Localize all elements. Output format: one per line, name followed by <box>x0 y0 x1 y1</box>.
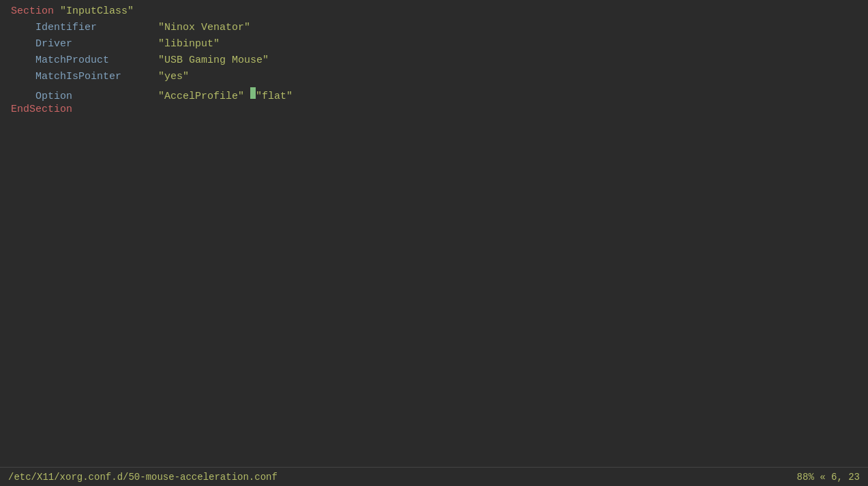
keyword-section: Section <box>11 5 54 17</box>
status-bar: /etc/X11/xorg.conf.d/50-mouse-accelerati… <box>0 467 868 486</box>
line-26 <box>0 414 868 431</box>
line-3: Driver "libinput" <box>0 38 868 55</box>
line-8 <box>0 120 868 136</box>
key-identifier: Identifier <box>35 22 97 33</box>
line-22 <box>0 349 868 365</box>
status-filepath: /etc/X11/xorg.conf.d/50-mouse-accelerati… <box>8 472 278 483</box>
key-matchispointer: MatchIsPointer <box>35 71 121 82</box>
line-23 <box>0 365 868 382</box>
string-inputclass: "InputClass" <box>60 5 134 17</box>
line-6: Option "AccelProfile" "flat" <box>0 87 868 104</box>
line-5: MatchIsPointer "yes" <box>0 71 868 87</box>
key-matchproduct: MatchProduct <box>35 55 109 66</box>
string-matchproduct-value: "USB Gaming Mouse" <box>158 55 269 66</box>
text-cursor <box>250 87 256 99</box>
status-position: 88% « 6, 23 <box>797 472 860 483</box>
keyword-endsection: EndSection <box>11 104 72 115</box>
line-9 <box>0 136 868 153</box>
key-driver: Driver <box>35 38 72 50</box>
string-option-value: "flat" <box>256 91 293 102</box>
line-11 <box>0 169 868 185</box>
line-18 <box>0 284 868 300</box>
line-1: Section "InputClass" <box>0 5 868 22</box>
line-14 <box>0 218 868 234</box>
line-13 <box>0 202 868 218</box>
line-15 <box>0 234 868 251</box>
string-option-key: "AccelProfile" <box>158 91 244 102</box>
line-4: MatchProduct "USB Gaming Mouse" <box>0 55 868 71</box>
line-25 <box>0 398 868 414</box>
line-12 <box>0 185 868 202</box>
line-19 <box>0 300 868 316</box>
string-driver-value: "libinput" <box>158 38 220 50</box>
line-20 <box>0 316 868 333</box>
line-16 <box>0 251 868 267</box>
line-10 <box>0 153 868 169</box>
key-option: Option <box>35 91 72 102</box>
string-matchispointer-value: "yes" <box>158 71 189 82</box>
string-identifier-value: "Ninox Venator" <box>158 22 250 33</box>
line-17 <box>0 267 868 284</box>
line-24 <box>0 382 868 398</box>
line-2: Identifier "Ninox Venator" <box>0 22 868 38</box>
line-7: EndSection <box>0 104 868 120</box>
editor-area[interactable]: Section "InputClass" Identifier "Ninox V… <box>0 0 868 467</box>
line-21 <box>0 333 868 349</box>
